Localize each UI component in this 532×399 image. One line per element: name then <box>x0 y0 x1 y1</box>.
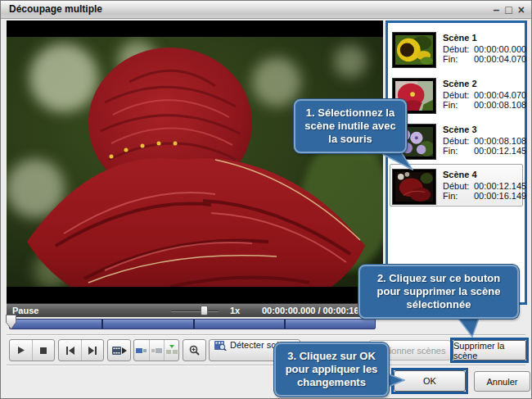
playback-status-bar: Pause 1x 00:00:00.000 / 00:00:16.149 <box>7 303 383 317</box>
zoom-button[interactable] <box>183 340 205 360</box>
scene-item-2[interactable]: Scène 2 Début:00:00:04.070 Fin:00:00:08.… <box>390 78 522 120</box>
video-preview <box>7 20 383 303</box>
speed-slider-track[interactable] <box>171 311 219 312</box>
playback-status-label: Pause <box>12 306 38 315</box>
trim-end-button[interactable] <box>149 340 164 360</box>
scene-marker <box>101 320 103 329</box>
next-frame-button[interactable] <box>81 340 103 360</box>
trim-start-button[interactable] <box>134 340 149 360</box>
scene-start-time: 00:00:08.108 <box>474 136 526 146</box>
play-icon <box>16 346 25 355</box>
next-frame-icon <box>88 347 97 355</box>
scene-name: Scène 1 <box>443 33 526 43</box>
dialog-window: Découpage multiple – □ × <box>0 0 532 399</box>
scene-start-time: 00:00:00.000 <box>474 44 526 54</box>
stop-button[interactable] <box>32 340 54 360</box>
separator <box>7 365 525 366</box>
frame-step-button[interactable] <box>108 340 130 360</box>
detect-scenes-icon <box>214 340 227 351</box>
scene-thumbnail <box>392 32 436 68</box>
scene-marker <box>193 320 195 329</box>
minimize-button[interactable]: – <box>494 2 500 18</box>
maximize-button[interactable]: □ <box>505 2 512 18</box>
speed-slider-handle[interactable] <box>201 306 208 315</box>
delete-scene-button[interactable]: Supprimer la scène <box>453 340 526 360</box>
play-button[interactable] <box>10 340 32 360</box>
magnifier-icon <box>189 345 200 356</box>
window-title: Découpage multiple <box>9 3 102 15</box>
scene-name: Scène 4 <box>443 170 526 179</box>
close-button[interactable]: × <box>518 2 525 18</box>
callout-step1: 1. Sélectionnez la scène inutile avec la… <box>294 99 407 153</box>
title-bar[interactable]: Découpage multiple – □ × <box>1 1 531 19</box>
previous-frame-button[interactable] <box>59 340 81 360</box>
trim-start-icon <box>136 347 147 355</box>
scene-item-1[interactable]: Scène 1 Début:00:00:00.000 Fin:00:00:04.… <box>390 32 522 75</box>
separator <box>7 334 525 336</box>
stop-icon <box>39 347 47 355</box>
previous-frame-icon <box>65 347 75 355</box>
speed-label: 1x <box>230 306 240 315</box>
scene-start-time: 00:00:12.145 <box>474 181 526 191</box>
cancel-button[interactable]: Annuler <box>474 371 530 392</box>
callout-step2: 2. Cliquez sur ce bouton pour supprimer … <box>358 265 519 319</box>
scene-thumbnail <box>392 169 436 205</box>
video-frame <box>7 37 383 287</box>
scene-end-time: 00:00:08.108 <box>474 100 526 110</box>
scene-item-4[interactable]: Scène 4 Début:00:00:12.145 Fin:00:00:16.… <box>390 169 522 211</box>
seek-bar[interactable] <box>9 319 376 329</box>
delete-scene-highlight-ring: Supprimer la scène <box>450 338 529 363</box>
scene-start-time: 00:00:04.070 <box>474 90 526 100</box>
split-icon <box>166 345 178 356</box>
callout-step3: 3. Cliquez sur OK pour appliquer les cha… <box>274 342 389 397</box>
scene-name: Scène 3 <box>443 125 526 134</box>
scene-end-time: 00:00:16.149 <box>474 191 526 201</box>
trim-end-icon <box>151 347 163 355</box>
scene-end-time: 00:00:12.145 <box>474 146 526 156</box>
scene-name: Scène 2 <box>443 79 526 88</box>
split-button[interactable] <box>164 340 178 360</box>
scene-marker <box>284 320 286 329</box>
scene-end-time: 00:00:04.070 <box>474 54 526 64</box>
filmstrip-play-icon <box>112 346 127 356</box>
